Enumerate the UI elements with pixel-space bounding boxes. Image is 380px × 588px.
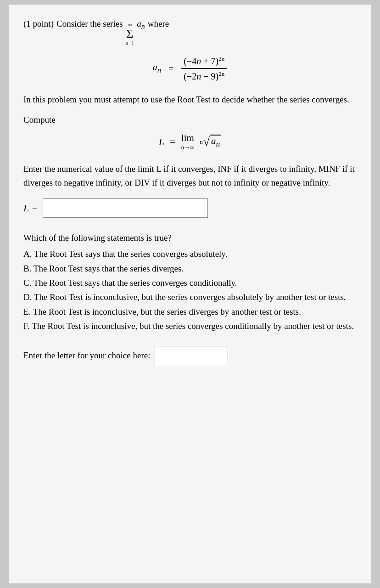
radical-symbol: √ xyxy=(203,136,210,148)
statement-A: A. The Root Test says that the series co… xyxy=(23,247,357,261)
lim-block: lim n→∞ xyxy=(181,132,194,151)
limit-display: L = lim n→∞ n√an xyxy=(23,132,357,151)
numerator: (−4n + 7)2n xyxy=(181,55,227,69)
L-label: L xyxy=(159,136,164,148)
root-index: n xyxy=(200,138,203,146)
fraction-block: (−4n + 7)2n (−2n − 9)2n xyxy=(181,55,227,81)
sigma-symbol: Σ xyxy=(126,28,133,40)
letter-choice-input[interactable] xyxy=(155,346,228,365)
letter-choice-row: Enter the letter for your choice here: xyxy=(23,346,357,365)
statements-section: Which of the following statements is tru… xyxy=(23,231,357,333)
statements-question: Which of the following statements is tru… xyxy=(23,231,357,245)
page-container: (1 point) Consider the series ∞ Σ n=1 an… xyxy=(9,5,371,583)
where-label: where xyxy=(148,17,169,31)
statement-E: E. The Root Test is inconclusive, but th… xyxy=(23,305,357,319)
choice-label: Enter the letter for your choice here: xyxy=(23,351,150,361)
denominator-exp: 2n xyxy=(218,70,224,77)
fraction-display: an = (−4n + 7)2n (−2n − 9)2n xyxy=(23,55,357,81)
L-input-row: L = xyxy=(23,198,357,218)
fraction-row: an = (−4n + 7)2n (−2n − 9)2n xyxy=(153,55,228,81)
sigma-notation: ∞ Σ n=1 xyxy=(126,22,134,46)
problem-header: (1 point) Consider the series ∞ Σ n=1 an… xyxy=(23,17,357,46)
compute-label: Compute xyxy=(23,115,357,125)
sigma-sub: n=1 xyxy=(126,40,134,46)
abs-val: an xyxy=(210,135,221,149)
problem-text: In this problem you must attempt to use … xyxy=(23,93,357,107)
root-expr: n√an xyxy=(200,135,221,149)
statement-B: B. The Root Test says that the series di… xyxy=(23,261,357,276)
statement-F: F. The Root Test is inconclusive, but th… xyxy=(23,319,357,333)
lim-subscript: n→∞ xyxy=(181,144,194,151)
consider-label: Consider the series xyxy=(56,17,123,31)
series-an: an xyxy=(137,17,145,32)
lim-text: lim xyxy=(181,132,194,144)
equals-sign: = xyxy=(168,63,173,74)
an-lhs: an xyxy=(153,62,161,75)
statement-D: D. The Root Test is inconclusive, but th… xyxy=(23,290,357,304)
limit-equals: = xyxy=(170,136,175,148)
denominator: (−2n − 9)2n xyxy=(181,69,227,82)
instructions-text: Enter the numerical value of the limit L… xyxy=(23,162,357,190)
points-label: (1 point) xyxy=(23,17,54,31)
numerator-exp: 2n xyxy=(218,55,224,62)
L-answer-input[interactable] xyxy=(43,198,208,218)
L-input-label: L = xyxy=(23,202,38,214)
statement-C: C. The Root Test says that the series co… xyxy=(23,276,357,290)
